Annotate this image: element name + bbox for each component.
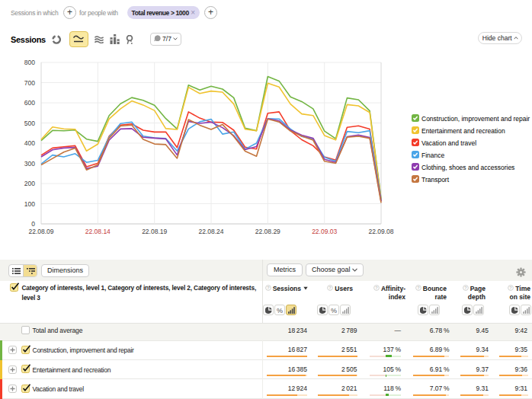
svg-text:22.08.24: 22.08.24 (198, 228, 223, 235)
svg-text:22.08.19: 22.08.19 (142, 228, 167, 235)
svg-text:300: 300 (24, 160, 35, 168)
svg-text:700: 700 (24, 79, 35, 87)
svg-text:22.09.08: 22.09.08 (368, 228, 393, 235)
svg-text:400: 400 (24, 139, 35, 147)
svg-text:?: ? (267, 286, 270, 290)
svg-text:600: 600 (24, 99, 35, 107)
svg-text:500: 500 (24, 120, 35, 127)
svg-text:22.08.09: 22.08.09 (28, 228, 53, 235)
svg-text:?: ? (510, 286, 513, 290)
svg-text:100: 100 (24, 200, 35, 208)
svg-text:800: 800 (24, 59, 35, 66)
svg-text:0: 0 (31, 220, 35, 228)
svg-text:200: 200 (24, 180, 35, 187)
svg-text:22.08.14: 22.08.14 (85, 228, 111, 235)
svg-text:22.08.29: 22.08.29 (255, 228, 280, 235)
svg-text:?: ? (329, 286, 332, 290)
svg-text:22.09.03: 22.09.03 (312, 228, 337, 235)
